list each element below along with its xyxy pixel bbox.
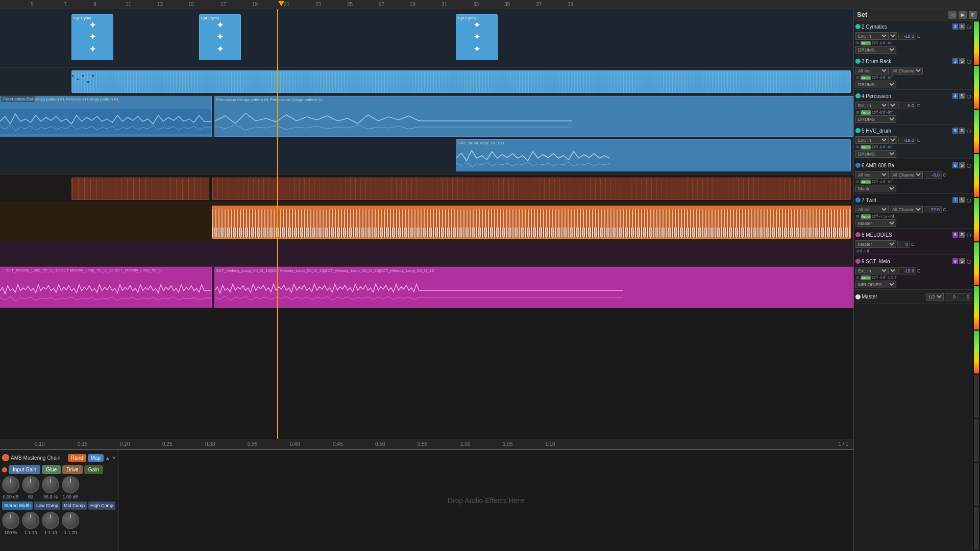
ch6-inf1: -inf	[879, 179, 886, 184]
map-button[interactable]: Map	[88, 454, 104, 462]
ch5-input-select[interactable]: Ext. In	[855, 136, 889, 144]
master-active-dot[interactable]	[855, 294, 861, 299]
ch3-s[interactable]: S	[959, 58, 965, 64]
ch6-active-dot[interactable]	[855, 163, 861, 168]
rand-button[interactable]: Rand	[68, 454, 86, 462]
ch7-channel-select[interactable]: All Channel	[890, 206, 923, 213]
ch2-s[interactable]: S	[959, 23, 965, 30]
ch4-channel-select[interactable]: 1	[890, 102, 897, 109]
clip-twirl[interactable]	[212, 206, 851, 239]
playhead-marker[interactable]	[278, 1, 284, 6]
ch5-pwr[interactable]: ⏻	[966, 128, 971, 134]
master-input-select[interactable]: 1/2	[926, 293, 944, 300]
clip-drum-1[interactable]	[71, 70, 851, 93]
ch5-in-label: In	[855, 144, 860, 149]
fx-gain[interactable]: Gain	[84, 465, 103, 474]
ruler-mark: 13	[157, 2, 163, 7]
clip-perc-2[interactable]: Percussion Conga pattern 01 Percussion C…	[214, 96, 853, 137]
clip-hvc[interactable]: HVC_drum_loop_18_160	[456, 139, 851, 171]
ch9-s[interactable]: S	[959, 258, 965, 264]
mixer-icon-prev[interactable]: ◁	[948, 11, 957, 19]
ch3-active-dot[interactable]	[855, 59, 861, 64]
ch8-pwr[interactable]: ⏻	[966, 232, 971, 238]
ruler-mark: 19	[252, 2, 258, 7]
ch7-auto-btn[interactable]: Auto	[861, 214, 871, 219]
ruler-mark: 33	[473, 2, 479, 7]
close-icon[interactable]: ✕	[112, 455, 116, 461]
ch4-pwr[interactable]: ⏻	[966, 93, 971, 99]
perc-ext-label: Percussion Ext	[1, 96, 35, 102]
mixer-header-icons: ◁ ▶ ⊞	[948, 11, 977, 19]
ch2-pwr[interactable]: ⏻	[966, 24, 971, 30]
fx-drive[interactable]: Drive	[62, 465, 82, 474]
ch5-auto-btn[interactable]: Auto	[861, 145, 871, 149]
ch4-auto-btn[interactable]: Auto	[861, 110, 871, 115]
clip-cym-1[interactable]: Cyt Cyma ✦ ✦ ✦	[71, 14, 113, 60]
ch4-input-select[interactable]: Ext. In	[855, 102, 889, 109]
ch2-num: 3	[952, 23, 958, 30]
mixer-icon-play[interactable]: ▶	[959, 11, 967, 19]
tracks-container[interactable]: Cyt Cyma ✦ ✦ ✦ Cyt Cyma ✦ ✦ ✦	[0, 9, 853, 439]
ch6-pwr[interactable]: ⏻	[966, 163, 971, 168]
ch3-auto-btn[interactable]: Auto	[861, 76, 871, 80]
clip-808-1[interactable]	[71, 178, 209, 200]
clip-sct-2[interactable]: SCT_Melody_Loop_50_G_13|SCT Melody_Loop_…	[214, 267, 853, 308]
collapse-icon[interactable]: ▲	[105, 455, 110, 461]
ch2-channel-select[interactable]: 1	[890, 32, 897, 40]
ch9-auto-btn[interactable]: Auto	[861, 276, 871, 280]
ch2-active-dot[interactable]	[855, 24, 861, 29]
ch5-channel-select[interactable]: 1	[890, 136, 897, 144]
ch4-s[interactable]: S	[959, 93, 965, 99]
ch6-s[interactable]: S	[959, 162, 965, 168]
clip-cym-3[interactable]: Cyt Cyma ✦ ✦ ✦	[456, 14, 498, 60]
ch7-s[interactable]: S	[959, 197, 965, 203]
ch8-route-select[interactable]: Master	[855, 240, 896, 248]
ch9-channel-select[interactable]: 1	[890, 267, 897, 274]
ch7-input-select[interactable]: All Ins	[855, 206, 889, 213]
ch6-channel-select[interactable]: All Channel	[890, 171, 923, 179]
ch9-route-select[interactable]: MELODIES	[855, 281, 896, 288]
clip-808-2[interactable]	[212, 178, 851, 200]
fx-glue[interactable]: Glue	[42, 465, 61, 474]
clip-perc-1[interactable]: ... Pd Percussion Conga pattern 01 Percu…	[0, 96, 212, 137]
ch6-input-select[interactable]: All Ins	[855, 171, 889, 179]
stereo-width-btn[interactable]: Stereo Width	[2, 502, 33, 510]
ch2-route-select[interactable]: DRUMS	[855, 46, 896, 54]
ch2-input-select[interactable]: Ext. In	[855, 32, 889, 40]
ch6-route-select[interactable]: Master	[855, 185, 896, 192]
ch6-auto-btn[interactable]: Auto	[861, 180, 871, 184]
ch9-pwr[interactable]: ⏻	[966, 259, 971, 264]
ruler-mark: 29	[410, 2, 415, 7]
ch3-channel-select[interactable]: All Channel	[890, 67, 923, 74]
ch5-route-select[interactable]: DRUMS	[855, 150, 896, 158]
clip-sct-1[interactable]: ... SCT_Melody_Loop_50_G_13|SCT Melody_L…	[0, 267, 212, 308]
perc-wave-1	[0, 106, 211, 137]
ch9-input-select[interactable]: Ext. In	[855, 267, 889, 274]
ch9-active-dot[interactable]	[855, 259, 861, 264]
high-comp-btn[interactable]: High Comp	[88, 502, 115, 510]
ch2-auto-btn[interactable]: Auto	[861, 41, 871, 45]
mid-comp-btn[interactable]: Mid Comp	[62, 502, 87, 510]
ch4-active-dot[interactable]	[855, 93, 861, 98]
ch3-route-select[interactable]: DRUMS	[855, 81, 896, 88]
drum-pattern-svg	[72, 71, 850, 92]
808-pattern-2	[212, 178, 850, 199]
low-comp-btn[interactable]: Low Comp	[34, 502, 60, 510]
ch4-route-select[interactable]: DRUMS	[855, 115, 896, 123]
ch3-off: Off	[872, 75, 878, 80]
mixer-icon-grid[interactable]: ⊞	[969, 11, 977, 19]
ch4-inf2: -inf	[886, 110, 893, 115]
ch3-input-select[interactable]: All Ins	[855, 67, 889, 74]
ch5-s[interactable]: S	[959, 128, 965, 134]
ch7-pwr[interactable]: ⏻	[966, 197, 971, 203]
ch3-pwr[interactable]: ⏻	[966, 59, 971, 64]
ch8-active-dot[interactable]	[855, 232, 861, 237]
clip-cym-2[interactable]: Cyt Cyma ✦ ✦ ✦	[199, 14, 241, 60]
ch7-route-select[interactable]: Master	[855, 219, 896, 227]
chain-power[interactable]	[2, 454, 9, 461]
ch8-s[interactable]: S	[959, 232, 965, 238]
ch5-active-dot[interactable]	[855, 128, 861, 133]
fx-input-gain[interactable]: Input Gain	[9, 465, 40, 474]
effects-drop-zone[interactable]: Drop Audio Effects Here	[118, 450, 853, 551]
ch7-active-dot[interactable]	[855, 197, 861, 203]
